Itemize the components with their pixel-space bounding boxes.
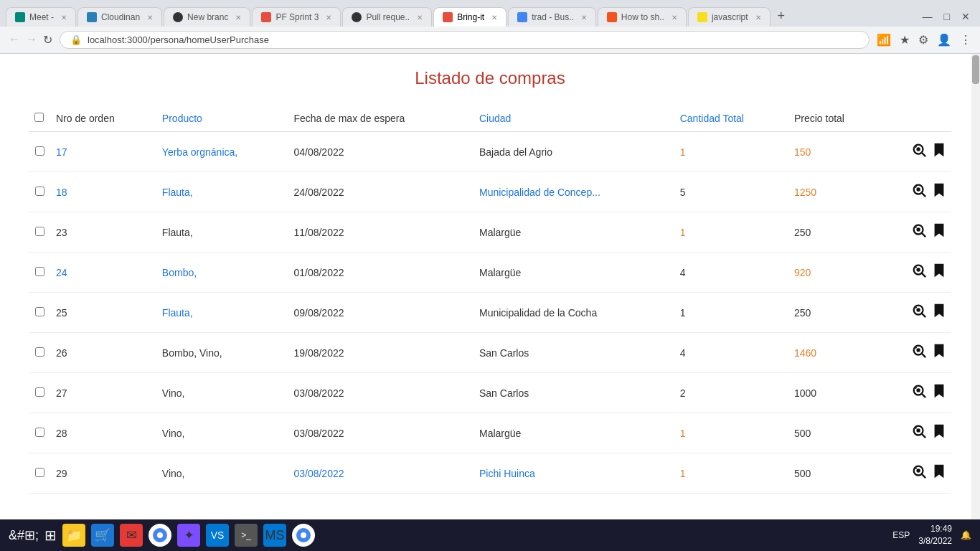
tab-js[interactable]: javascript ✕ xyxy=(688,7,771,27)
close-window-icon[interactable]: ✕ xyxy=(957,11,974,22)
svg-line-11 xyxy=(915,227,916,227)
tab-close-pullreq[interactable]: ✕ xyxy=(417,14,423,22)
view-icon[interactable] xyxy=(911,423,927,443)
url-bar[interactable]: 🔒 localhost:3000/persona/homeUserPurchas… xyxy=(60,31,870,49)
extensions-icon[interactable]: ⚙ xyxy=(918,33,928,47)
tab-bringit[interactable]: Bring-it ✕ xyxy=(433,7,507,27)
scrollbar[interactable] xyxy=(971,54,980,519)
profile-icon[interactable]: 👤 xyxy=(937,33,951,47)
taskbar-time: 19:49 3/8/2022 xyxy=(918,523,952,547)
bookmark-icon[interactable] xyxy=(933,423,946,443)
header-producto: Producto xyxy=(156,105,288,132)
svg-point-30 xyxy=(916,428,920,433)
header-fecha: Fecha de max de espera xyxy=(288,105,473,132)
bookmark-icon[interactable] xyxy=(933,263,946,282)
row-precio: 500 xyxy=(788,453,882,494)
view-icon[interactable] xyxy=(911,463,927,483)
row-checkbox[interactable] xyxy=(35,187,44,196)
view-icon[interactable] xyxy=(911,182,927,202)
view-icon[interactable] xyxy=(911,222,927,242)
windows-icon[interactable]: ⊞ xyxy=(44,527,57,544)
bookmark-icon[interactable] xyxy=(933,303,946,322)
notification-icon[interactable]: 🔔 xyxy=(961,530,971,540)
bookmark-icon[interactable] xyxy=(933,182,946,202)
taskbar-store[interactable]: 🛒 xyxy=(91,524,114,547)
taskbar-chrome2[interactable] xyxy=(292,524,315,547)
browser-chrome: Meet - ✕ Cloudinan ✕ New branc ✕ PF Spri… xyxy=(0,0,980,54)
view-icon[interactable] xyxy=(911,303,927,322)
start-button[interactable]: &#⊞; xyxy=(9,527,39,543)
row-ciudad: San Carlos xyxy=(473,373,674,413)
tab-howto[interactable]: How to sh.. ✕ xyxy=(598,7,687,27)
tab-close-howto[interactable]: ✕ xyxy=(672,14,677,22)
row-checkbox[interactable] xyxy=(35,428,44,437)
bookmark-icon[interactable] xyxy=(933,383,946,402)
row-producto: Flauta, xyxy=(156,293,288,333)
tab-close-newbranc[interactable]: ✕ xyxy=(235,14,241,22)
taskbar-mail[interactable]: ✉ xyxy=(120,524,143,547)
tab-trad[interactable]: trad - Bus.. ✕ xyxy=(508,7,596,27)
row-checkbox[interactable] xyxy=(35,347,44,357)
tab-pfsprint[interactable]: PF Sprint 3 ✕ xyxy=(252,7,341,27)
new-tab-button[interactable]: + xyxy=(772,6,791,27)
row-checkbox[interactable] xyxy=(35,468,44,477)
view-icon[interactable] xyxy=(911,142,927,161)
menu-icon[interactable]: ⋮ xyxy=(960,33,971,47)
header-nro: Nro de orden xyxy=(50,105,156,132)
row-checkbox[interactable] xyxy=(35,146,44,156)
maximize-icon[interactable]: □ xyxy=(940,11,954,22)
row-nro: 28 xyxy=(50,413,156,453)
bookmark-star-icon[interactable]: ★ xyxy=(900,33,910,47)
taskbar-multi[interactable]: ✦ xyxy=(177,524,200,547)
taskbar-terminal[interactable]: >_ xyxy=(235,524,258,547)
taskbar-store2[interactable]: MS xyxy=(263,524,286,547)
header-checkbox[interactable] xyxy=(34,113,44,122)
tab-close-pfsprint[interactable]: ✕ xyxy=(326,14,331,22)
svg-line-13 xyxy=(922,273,925,277)
view-icon[interactable] xyxy=(911,383,927,402)
header-precio: Precio total xyxy=(788,105,882,132)
taskbar-files[interactable]: 📁 xyxy=(62,524,85,547)
cast-icon[interactable]: 📶 xyxy=(877,33,891,47)
tab-close-js[interactable]: ✕ xyxy=(755,14,761,22)
svg-line-1 xyxy=(922,153,925,156)
row-checkbox[interactable] xyxy=(35,267,44,276)
bookmark-icon[interactable] xyxy=(933,463,946,483)
tab-meet[interactable]: Meet - ✕ xyxy=(6,7,76,27)
tab-pullreq[interactable]: Pull reque.. ✕ xyxy=(342,7,432,27)
tab-close-cloudinar[interactable]: ✕ xyxy=(147,14,153,22)
row-ciudad: Bajada del Agrio xyxy=(473,132,674,172)
row-fecha: 24/08/2022 xyxy=(288,172,473,212)
row-checkbox-cell xyxy=(29,333,50,373)
row-checkbox[interactable] xyxy=(35,307,44,316)
view-icon[interactable] xyxy=(911,263,927,282)
bookmark-icon[interactable] xyxy=(933,222,946,242)
header-checkbox-col xyxy=(29,105,50,132)
tab-cloudinar[interactable]: Cloudinan ✕ xyxy=(77,7,162,27)
row-precio: 500 xyxy=(788,413,882,453)
bookmark-icon[interactable] xyxy=(933,142,946,161)
header-actions xyxy=(882,105,951,132)
row-checkbox-cell xyxy=(29,373,50,413)
tab-newbranc[interactable]: New branc ✕ xyxy=(164,7,250,27)
row-checkbox-cell xyxy=(29,172,50,212)
svg-line-19 xyxy=(915,307,916,308)
reload-button[interactable]: ↻ xyxy=(43,33,52,47)
tab-close-bringit[interactable]: ✕ xyxy=(491,14,497,22)
taskbar-chrome[interactable] xyxy=(149,524,171,547)
tab-label-pfsprint: PF Sprint 3 xyxy=(275,12,319,22)
row-producto: Vino, xyxy=(156,453,288,494)
minimize-icon[interactable]: — xyxy=(918,11,937,22)
taskbar-vscode[interactable]: VS xyxy=(206,524,229,547)
tab-favicon-meet xyxy=(15,12,25,22)
view-icon[interactable] xyxy=(911,343,927,362)
forward-button[interactable]: → xyxy=(26,33,37,47)
tab-close-meet[interactable]: ✕ xyxy=(61,14,67,22)
back-button[interactable]: ← xyxy=(9,33,20,47)
row-producto: Bombo, xyxy=(156,253,288,293)
tab-close-trad[interactable]: ✕ xyxy=(581,14,587,22)
row-checkbox[interactable] xyxy=(35,227,44,236)
scrollbar-thumb[interactable] xyxy=(972,55,979,84)
bookmark-icon[interactable] xyxy=(933,343,946,362)
row-checkbox[interactable] xyxy=(35,387,44,397)
